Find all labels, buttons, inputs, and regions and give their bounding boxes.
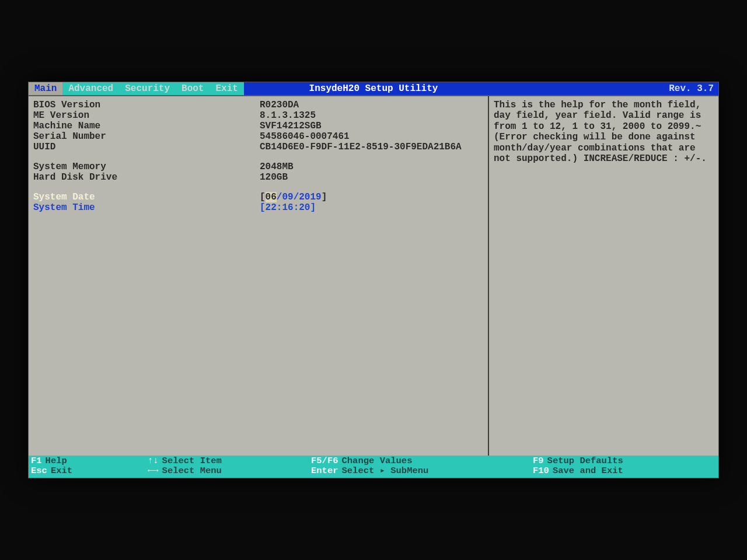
row-bios-version: BIOS Version R0230DA xyxy=(32,100,483,110)
hdd-label: Hard Disk Drive xyxy=(32,172,260,183)
app-title: InsydeH20 Setup Utility xyxy=(29,82,718,95)
row-machine-name: Machine Name SVF14212SGB xyxy=(32,121,483,131)
row-hdd: Hard Disk Drive 120GB xyxy=(32,172,483,183)
hint-save-exit: F10Save and Exit xyxy=(533,466,716,476)
row-uuid: UUID CB14D6E0-F9DF-11E2-8519-30F9EDA21B6… xyxy=(32,142,483,152)
row-serial: Serial Number 54586046-0007461 xyxy=(32,131,483,142)
date-month[interactable]: 06 xyxy=(266,192,277,202)
hint-help: F1Help xyxy=(31,456,148,466)
memory-value: 2048MB xyxy=(260,162,483,172)
title-bar: Main Advanced Security Boot Exit InsydeH… xyxy=(29,82,718,95)
help-panel: This is the help for the month field, da… xyxy=(488,96,718,456)
uuid-value: CB14D6E0-F9DF-11E2-8519-30F9EDA21B6A xyxy=(260,142,483,152)
bios-version-label: BIOS Version xyxy=(32,100,260,110)
hint-defaults: F9Setup Defaults xyxy=(533,456,716,466)
help-text: This is the help for the month field, da… xyxy=(494,100,714,164)
date-day[interactable]: 09 xyxy=(282,192,293,202)
me-version-label: ME Version xyxy=(32,110,260,121)
row-memory: System Memory 2048MB xyxy=(32,162,483,172)
hint-change-values: F5/F6Change Values xyxy=(311,456,498,466)
main-panel: BIOS Version R0230DA ME Version 8.1.3.13… xyxy=(29,96,488,456)
time-minute[interactable]: 16 xyxy=(282,202,293,213)
serial-value: 54586046-0007461 xyxy=(260,131,483,142)
row-me-version: ME Version 8.1.3.1325 xyxy=(32,110,483,121)
machine-name-value: SVF14212SGB xyxy=(260,121,483,131)
hint-select-menu: ←→Select Menu xyxy=(148,466,311,476)
bios-screen: Main Advanced Security Boot Exit InsydeH… xyxy=(28,82,719,478)
serial-label: Serial Number xyxy=(32,131,260,142)
system-date-label: System Date xyxy=(32,192,260,202)
work-area: BIOS Version R0230DA ME Version 8.1.3.13… xyxy=(29,95,718,456)
system-time-label: System Time xyxy=(32,202,260,213)
time-second[interactable]: 20 xyxy=(299,202,310,213)
bios-version-value: R0230DA xyxy=(260,100,483,110)
row-system-time[interactable]: System Time [22:16:20] xyxy=(32,202,483,213)
date-year[interactable]: 2019 xyxy=(299,192,321,202)
revision-label: Rev. 3.7 xyxy=(669,82,714,95)
system-time-value[interactable]: [22:16:20] xyxy=(260,202,483,213)
hint-exit: EscExit xyxy=(31,466,148,476)
row-system-date[interactable]: System Date [06/09/2019] xyxy=(32,192,483,202)
hint-submenu: EnterSelect ▸ SubMenu xyxy=(311,466,498,476)
system-date-value[interactable]: [06/09/2019] xyxy=(260,192,483,202)
footer-bar: F1Help EscExit ↑↓Select Item ←→Select Me… xyxy=(29,456,718,478)
uuid-label: UUID xyxy=(32,142,260,152)
time-hour[interactable]: 22 xyxy=(266,202,277,213)
hint-select-item: ↑↓Select Item xyxy=(148,456,311,466)
memory-label: System Memory xyxy=(32,162,260,172)
me-version-value: 8.1.3.1325 xyxy=(260,110,483,121)
machine-name-label: Machine Name xyxy=(32,121,260,131)
hdd-value: 120GB xyxy=(260,172,483,183)
